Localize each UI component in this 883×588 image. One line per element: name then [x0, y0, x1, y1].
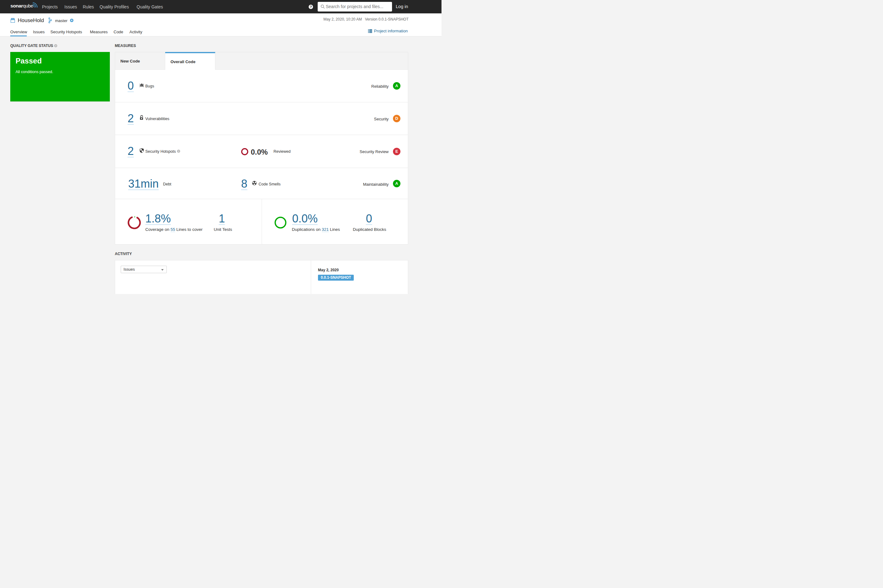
svg-text:?: ?	[178, 150, 180, 153]
svg-text:?: ?	[55, 44, 57, 47]
